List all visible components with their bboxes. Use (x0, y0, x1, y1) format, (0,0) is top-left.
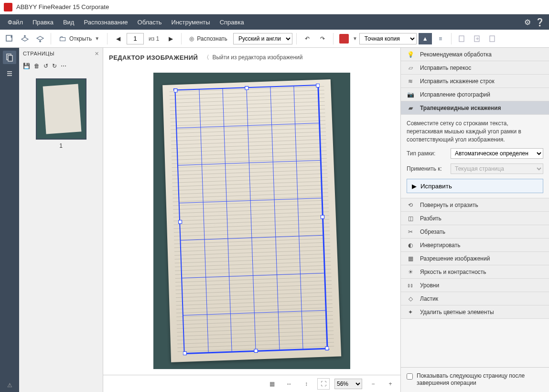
grid-handle-tm[interactable] (245, 86, 248, 90)
next-page-button[interactable]: ▶ (164, 32, 177, 45)
tools-panel: 💡 Рекомендуемая обработка ▱ Исправить пе… (401, 48, 549, 392)
apply-button[interactable]: ▶ Исправить (407, 179, 543, 193)
tool-rotate[interactable]: ⟲ Повернуть и отразить (401, 198, 549, 212)
document-canvas[interactable] (153, 73, 350, 369)
zoom-select[interactable]: 56% (334, 379, 362, 389)
pages-title: СТРАНИЦЫ (23, 51, 54, 56)
page-thumbnail[interactable] (36, 78, 86, 140)
rotate-right-icon[interactable]: ↻ (52, 63, 57, 69)
help-icon[interactable]: ❔ (534, 16, 546, 28)
menu-help[interactable]: Справка (215, 19, 249, 26)
prev-page-button[interactable]: ◀ (111, 32, 125, 45)
mode-select[interactable]: Точная копия (359, 33, 417, 44)
menu-region[interactable]: Область (133, 19, 167, 26)
open-button[interactable]: 🗀 Открыть ▼ (55, 32, 103, 45)
export-button[interactable] (471, 32, 484, 45)
show-next-label: Показывать следующую страницу после заве… (417, 372, 543, 387)
send-button[interactable] (455, 32, 469, 45)
grid-handle-ml[interactable] (178, 220, 182, 224)
delete-page-icon[interactable]: 🗑 (34, 63, 40, 69)
resolution-icon: ▦ (406, 254, 415, 263)
show-next-checkbox[interactable] (407, 373, 413, 380)
apply-label: Исправить (420, 183, 452, 190)
undo-button[interactable]: ↶ (301, 32, 314, 45)
warning-icon[interactable]: ⚠ (3, 379, 16, 392)
new-task-button[interactable] (3, 32, 16, 45)
menu-file[interactable]: Файл (3, 19, 28, 26)
tool-photo-correction[interactable]: 📷 Исправление фотографий (401, 88, 549, 101)
frame-type-select[interactable]: Автоматическое определен (451, 148, 543, 159)
layers-down-icon[interactable] (33, 32, 47, 45)
invert-icon: ◐ (406, 240, 415, 250)
tool-straighten-lines[interactable]: ≋ Исправить искажение строк (401, 75, 549, 88)
zoom-in-icon[interactable]: + (384, 378, 397, 390)
grid-handle-tr[interactable] (316, 84, 320, 87)
thumbnail-view-icon[interactable]: ▦ (266, 378, 278, 390)
chevron-down-icon: ▼ (95, 36, 99, 41)
tool-trapezoid[interactable]: ▰ Трапециевидные искажения (401, 101, 549, 115)
grid-handle-br[interactable] (325, 346, 329, 350)
tool-label: Повернуть и отразить (420, 202, 478, 208)
tool-label: Ластик (420, 295, 438, 302)
tool-label: Удалить цветные элементы (420, 309, 494, 316)
view-text-button[interactable]: ≡ (434, 32, 447, 45)
tool-remove-color[interactable]: ✦ Удалить цветные элементы (401, 305, 549, 319)
app-title: ABBYY FineReader 15 Corporate (16, 3, 109, 11)
tool-brightness[interactable]: ☀ Яркость и контрастность (401, 265, 549, 279)
recognize-button[interactable]: ◎ Распознать (185, 32, 231, 45)
fit-width-icon[interactable]: ↔ (283, 378, 295, 390)
grid-handle-tl[interactable] (173, 88, 177, 92)
trapezoid-grid[interactable] (174, 85, 328, 354)
language-select[interactable]: Русский и англи (233, 33, 292, 44)
apply-to-label: Применить к: (407, 165, 447, 172)
tool-recommended[interactable]: 💡 Рекомендуемая обработка (401, 48, 549, 61)
camera-icon: 📷 (406, 90, 415, 99)
panel-footer: Показывать следующую страницу после заве… (401, 367, 549, 392)
open-label: Открыть (69, 35, 92, 42)
recognize-label: Распознать (197, 35, 227, 42)
view-image-button[interactable]: ▲ (419, 33, 432, 44)
tool-deskew[interactable]: ▱ Исправить перекос (401, 61, 549, 75)
zoom-out-icon[interactable]: − (367, 378, 379, 390)
editor-bottom-bar: ▦ ↔ ↕ ⛶ 56% − + (103, 375, 400, 392)
tool-eraser[interactable]: ◇ Ластик (401, 292, 549, 305)
chevron-down-icon[interactable]: ▼ (353, 36, 357, 41)
tool-crop[interactable]: ✂ Обрезать (401, 225, 549, 239)
menu-edit[interactable]: Правка (28, 19, 58, 26)
grid-handle-bm[interactable] (254, 349, 258, 353)
more-icon[interactable]: ⋯ (61, 63, 66, 69)
pdf-icon[interactable] (337, 32, 351, 45)
tool-resolution[interactable]: ▦ Разрешение изображений (401, 252, 549, 265)
app-logo (4, 3, 12, 11)
trapezoid-hint: Совместите сетку со строками текста, пер… (407, 120, 543, 143)
close-pages-icon[interactable]: ✕ (95, 51, 99, 57)
fit-screen-icon[interactable]: ⛶ (317, 378, 330, 390)
editor-back-label: Выйти из редактора изображений (212, 54, 302, 61)
menu-view[interactable]: Вид (58, 19, 79, 26)
tool-label: Яркость и контрастность (420, 269, 486, 275)
settings-icon[interactable]: ⚙ (521, 16, 534, 28)
editor-back-button[interactable]: 〈 Выйти из редактора изображений (204, 54, 302, 62)
tool-levels[interactable]: ⫾⫾ Уровни (401, 279, 549, 292)
tool-split[interactable]: ◫ Разбить (401, 212, 549, 225)
save-page-icon[interactable]: 💾 (23, 63, 30, 69)
svg-rect-1 (459, 36, 464, 42)
list-tab-icon[interactable] (3, 67, 16, 80)
send-mail-button[interactable] (486, 32, 499, 45)
pages-tab-icon[interactable] (3, 51, 16, 64)
fit-height-icon[interactable]: ↕ (300, 378, 312, 390)
menu-tools[interactable]: Инструменты (167, 19, 215, 26)
menu-recognize[interactable]: Распознавание (79, 19, 132, 26)
redo-button[interactable]: ↷ (316, 32, 329, 45)
grid-handle-bl[interactable] (183, 351, 187, 355)
page-number-input[interactable] (127, 33, 144, 44)
apply-to-select[interactable]: Текущая страница (451, 163, 543, 174)
grid-handle-mr[interactable] (321, 215, 324, 219)
tool-label: Рекомендуемая обработка (420, 51, 492, 58)
layers-up-icon[interactable] (18, 32, 32, 45)
rotate-icon: ⟲ (406, 200, 415, 210)
tool-invert[interactable]: ◐ Инвертировать (401, 239, 549, 252)
rotate-left-icon[interactable]: ↺ (43, 63, 48, 69)
tool-label: Разбить (420, 215, 441, 222)
frame-type-label: Тип рамки: (407, 150, 447, 157)
